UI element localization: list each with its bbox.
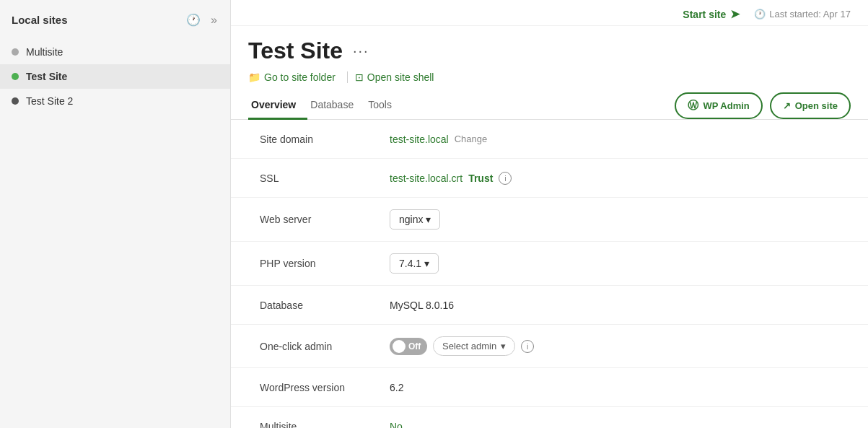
change-domain-button[interactable]: Change [455,134,488,144]
toggle-label: Off [408,341,421,351]
ssl-info-icon[interactable]: i [499,172,512,185]
row-one-click-admin: One-click admin Off Select admin ▾ i [231,325,868,368]
value-one-click-admin: Off Select admin ▾ i [390,336,534,356]
value-site-domain: test-site.local Change [390,134,487,145]
label-site-domain: Site domain [260,134,390,145]
top-bar: Start site ➤ 🕐 Last started: Apr 17 [231,0,868,26]
row-site-domain: Site domain test-site.local Change [231,120,868,159]
go-to-folder-label: Go to site folder [264,71,336,83]
value-wordpress-version: 6.2 [390,382,403,393]
database-value: MySQL 8.0.16 [390,300,454,311]
tabs-row: OverviewDatabaseTools Ⓦ WP Admin ↗ Open … [231,92,868,120]
site-header: Test Site ··· 📁 Go to site folder ⊡ Open… [231,26,868,84]
sidebar-header-icons: 🕐 » [185,12,219,28]
start-site-label: Start site [683,9,726,20]
wp-admin-button[interactable]: Ⓦ WP Admin [675,92,762,119]
ssl-cert-value: test-site.local.crt [390,172,463,184]
site-name: Test Site [248,38,343,64]
chevron-down-icon: ▾ [501,341,506,351]
label-one-click-admin: One-click admin [260,341,390,352]
sidebar-item-label: Test Site 2 [26,95,73,107]
web-server-dropdown[interactable]: nginx ▾ [390,209,440,230]
open-site-label: Open site [795,100,838,111]
label-ssl: SSL [260,172,390,184]
sidebar-item-test-site[interactable]: Test Site [0,64,230,89]
chevron-down-icon: ▾ [424,258,429,269]
trust-ssl-button[interactable]: Trust [468,172,493,184]
sidebar-title: Local sites [12,14,68,26]
value-database: MySQL 8.0.16 [390,300,454,311]
web-server-value: nginx [399,214,423,225]
row-multisite: MultisiteNo [231,407,868,428]
last-started: 🕐 Last started: Apr 17 [754,9,851,19]
select-admin-label: Select admin [442,341,496,351]
toggle-circle [393,340,405,353]
value-ssl: test-site.local.crt Trust i [390,172,512,185]
sidebar-header: Local sites 🕐 » [0,0,230,37]
value-multisite: No [390,421,403,428]
last-started-text: Last started: Apr 17 [769,9,851,19]
label-web-server: Web server [260,214,390,225]
one-click-admin-toggle[interactable]: Off [390,338,427,355]
value-php-version: 7.4.1 ▾ [390,253,439,274]
sidebar-item-test-site-2[interactable]: Test Site 2 [0,89,230,113]
external-link-icon: ↗ [783,100,791,111]
action-divider [347,71,348,83]
label-php-version: PHP version [260,258,390,269]
tab-tools[interactable]: Tools [365,92,403,120]
tab-overview[interactable]: Overview [248,92,307,120]
site-title-row: Test Site ··· [248,38,851,64]
wp-admin-label: WP Admin [703,100,749,111]
label-database: Database [260,300,390,311]
start-site-arrow-icon: ➤ [730,7,740,21]
go-to-site-folder-button[interactable]: 📁 Go to site folder [248,70,340,84]
sidebar-item-label: Test Site [26,71,67,82]
label-wordpress-version: WordPress version [260,382,390,393]
tab-action-buttons: Ⓦ WP Admin ↗ Open site [675,92,851,119]
php-version-value: 7.4.1 [399,258,421,269]
one-click-admin-info-icon[interactable]: i [521,340,534,353]
terminal-icon: ⊡ [355,71,364,83]
site-actions: 📁 Go to site folder ⊡ Open site shell [248,70,851,84]
tabs: OverviewDatabaseTools [248,92,403,119]
row-database: DatabaseMySQL 8.0.16 [231,286,868,325]
value-web-server: nginx ▾ [390,209,440,230]
history-icon[interactable]: 🕐 [185,12,202,28]
sidebar-item-multisite[interactable]: Multisite [0,40,230,64]
start-site-button[interactable]: Start site ➤ [683,7,740,21]
open-site-button[interactable]: ↗ Open site [770,92,851,119]
domain-value: test-site.local [390,134,449,145]
wordpress-version-value: 6.2 [390,382,403,393]
multisite-value: No [390,421,403,428]
open-site-shell-button[interactable]: ⊡ Open site shell [355,70,439,84]
php-version-dropdown[interactable]: 7.4.1 ▾ [390,253,439,274]
folder-icon: 📁 [248,71,260,83]
open-shell-label: Open site shell [367,71,434,83]
overview-content: Site domain test-site.local Change SSL t… [231,120,868,428]
wp-icon: Ⓦ [688,99,698,113]
row-php-version: PHP version 7.4.1 ▾ [231,242,868,286]
site-list: Multisite Test Site Test Site 2 [0,37,230,116]
label-multisite: Multisite [260,421,390,428]
site-status-dot [12,73,19,80]
main-content: Start site ➤ 🕐 Last started: Apr 17 Test… [231,0,868,428]
sidebar: Local sites 🕐 » Multisite Test Site Test… [0,0,231,428]
site-status-dot [12,97,19,105]
clock-icon: 🕐 [754,9,766,19]
select-admin-dropdown[interactable]: Select admin ▾ [433,336,515,356]
site-status-dot [12,48,19,56]
site-menu-button[interactable]: ··· [350,43,372,59]
tab-database[interactable]: Database [307,92,365,120]
row-wordpress-version: WordPress version6.2 [231,368,868,407]
sidebar-item-label: Multisite [26,46,63,58]
row-web-server: Web server nginx ▾ [231,198,868,242]
row-ssl: SSL test-site.local.crt Trust i [231,159,868,198]
collapse-icon[interactable]: » [209,12,219,28]
chevron-down-icon: ▾ [426,214,431,225]
